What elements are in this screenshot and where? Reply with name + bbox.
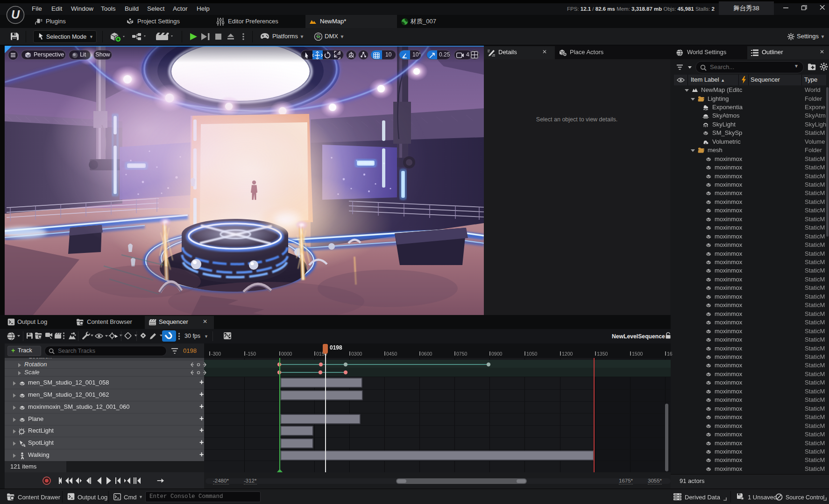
svg-text:U: U [11,8,20,21]
